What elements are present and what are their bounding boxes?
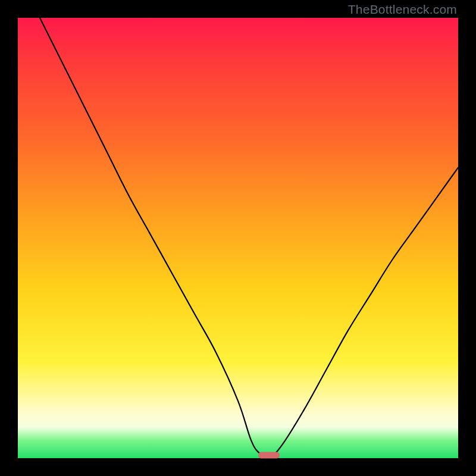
attribution-text: TheBottleneck.com <box>348 2 457 17</box>
minimum-marker <box>258 452 280 459</box>
chart-frame: TheBottleneck.com <box>0 0 476 476</box>
plot-area <box>18 18 458 458</box>
bottleneck-curve <box>18 18 458 458</box>
